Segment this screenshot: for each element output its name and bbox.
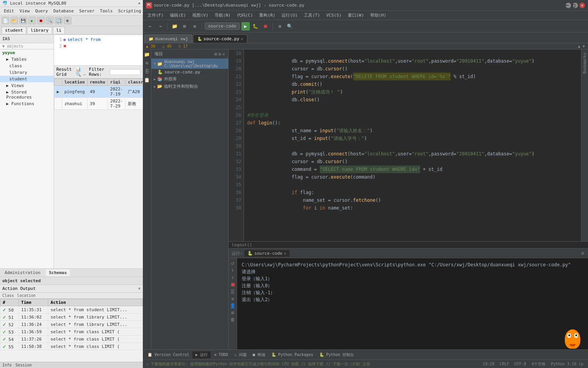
tab-close-btn[interactable]: ✕ (241, 37, 243, 41)
tb-new-btn[interactable]: 📄 (2, 17, 9, 24)
menu-file[interactable]: 文件(F) (144, 12, 167, 19)
gutter-event-icon[interactable]: 📋 (143, 77, 151, 83)
debug-btn[interactable]: 🐛 (251, 22, 260, 31)
col-renshu[interactable]: renshu (87, 79, 108, 86)
tab-student[interactable]: student (2, 27, 26, 34)
tab-problems[interactable]: ⚠ 问题 (231, 351, 250, 358)
menu-tools[interactable]: Tools (98, 8, 115, 14)
tb-bookmark-btn[interactable]: ≡ (190, 22, 199, 31)
term-list-btn[interactable]: ☰ (230, 289, 235, 295)
sidebar-functions[interactable]: ▶ Functions (0, 101, 54, 107)
term-expand-btn[interactable]: ⊞ (231, 310, 234, 315)
menu-tools[interactable]: 工具(T) (301, 12, 323, 19)
tab-python-console[interactable]: 🐍 Python 控制台 (316, 351, 357, 358)
sidebar-class[interactable]: class (0, 63, 54, 69)
status-position[interactable]: 19:20 (481, 362, 496, 366)
sidebar-stored-procedures[interactable]: ▶ Stored Procedures (0, 89, 54, 101)
col-location[interactable]: location (62, 79, 87, 86)
tb-forward-btn[interactable]: → (156, 22, 164, 31)
terminal-tab-close[interactable]: ✕ (284, 251, 286, 256)
close-btn[interactable]: ✕ (580, 3, 585, 8)
settings-btn[interactable]: ⚙ (276, 22, 284, 31)
tree-external-lib[interactable]: ▶ 📚 外部库 (151, 75, 228, 83)
tab-todo[interactable]: ≡ TODO (211, 352, 231, 358)
tab-run[interactable]: ▶ 运行 (192, 351, 211, 358)
tree-temp-files[interactable]: ▶ 📂 临时文件和控制台 (151, 83, 228, 90)
tb-save-btn[interactable]: 💾 (19, 17, 27, 24)
tab-library[interactable]: library (27, 27, 52, 34)
tb-refresh-btn[interactable]: 🔄 (55, 17, 63, 24)
menu-navigate[interactable]: 导航(N) (212, 12, 234, 19)
menu-edit[interactable]: Edit (2, 8, 17, 14)
maximize-btn[interactable]: □ (573, 3, 578, 8)
project-expand-icon[interactable]: ⊞ (214, 51, 217, 57)
tab-li[interactable]: li (53, 27, 65, 34)
minimize-btn[interactable]: ─ (566, 3, 571, 8)
table-row[interactable]: ▶ pingfeng 49 2022-7-19 广A20 (54, 86, 143, 98)
search-btn[interactable]: 🔍 (286, 22, 294, 31)
sidebar-library[interactable]: library (0, 69, 54, 76)
stop-btn[interactable]: ⏹ (261, 22, 270, 31)
schemas-tab-schemas[interactable]: Schemas (46, 269, 70, 276)
tab-terminal[interactable]: ■ 终端 (250, 351, 268, 358)
menu-query[interactable]: Query (33, 8, 50, 14)
warning-nav-up[interactable]: ▲ (578, 44, 580, 48)
tb-search-btn[interactable]: 🔍 (46, 17, 54, 24)
menu-server[interactable]: Server (77, 8, 97, 14)
menu-refactor[interactable]: 重构(R) (256, 12, 278, 19)
mysql-close-btn[interactable]: × (138, 1, 141, 6)
menu-run[interactable]: 运行(U) (278, 12, 301, 19)
tb-schema-btn[interactable]: ⚙ (64, 17, 71, 24)
term-list2-btn[interactable]: ≡ (231, 296, 234, 302)
tb-stop-btn[interactable]: ⏹ (37, 17, 45, 24)
warning-nav-down[interactable]: ▼ (583, 44, 585, 48)
sidebar-tables[interactable]: ▶ Tables (0, 56, 54, 63)
terminal-tab[interactable]: 🐍 source-code ✕ (244, 250, 290, 257)
status-python[interactable]: Python 3.10 (p (549, 362, 585, 366)
action-output-dropdown[interactable]: ▼ (138, 286, 141, 291)
menu-vcs[interactable]: VCS(S) (323, 12, 345, 19)
run-btn[interactable]: ▶ (241, 22, 250, 31)
term-trash-btn[interactable]: 🗑 (230, 317, 235, 322)
tb-open-btn[interactable]: 📂 (10, 17, 18, 24)
tb-back-btn[interactable]: ← (146, 22, 154, 31)
sidebar-views[interactable]: ▶ Views (0, 82, 54, 89)
term-person-btn[interactable]: 👤 (230, 303, 236, 308)
term-rerun-btn[interactable]: ↺ (231, 260, 234, 266)
menu-scripting[interactable]: Scripting (116, 8, 144, 14)
schemas-tab-admin[interactable]: Administration (2, 269, 44, 276)
term-settings-btn[interactable]: ⚙ (581, 250, 585, 257)
gutter-structure-icon[interactable]: ⊞ (145, 60, 149, 66)
run-config-combo[interactable]: source-code (205, 22, 240, 30)
schema-name[interactable]: yuyue (0, 49, 54, 56)
terminal-body[interactable]: C:\Users\xwj\PycharmProjects\pythonProje… (237, 258, 588, 349)
filter-input[interactable] (110, 69, 141, 75)
status-indent[interactable]: 4个空格 (530, 361, 547, 367)
menu-database[interactable]: Database (51, 8, 76, 14)
gutter-project-icon[interactable]: 📁 (143, 51, 151, 58)
term-up-btn[interactable]: ↑ (231, 267, 234, 273)
menu-window[interactable]: 窗口(W) (345, 12, 367, 19)
tb-structure-btn[interactable]: ⊞ (180, 22, 189, 31)
status-encoding[interactable]: UTF-8 (513, 362, 528, 366)
tree-source-code[interactable]: 🐍 source-code.py (151, 69, 228, 75)
project-close-icon[interactable]: ✕ (222, 51, 225, 57)
table-row[interactable]: zhaohui 39 2022-7-29 新教 (54, 98, 143, 110)
bookmarks-label[interactable]: Bookmarks (582, 51, 588, 75)
tb-project-btn[interactable]: 📁 (170, 22, 179, 31)
menu-help[interactable]: 帮助(H) (367, 12, 390, 19)
tab-source-code[interactable]: 🐍 source-code.py ✕ (193, 34, 247, 43)
menu-code[interactable]: 代码(C) (234, 12, 256, 19)
tab-project-folder[interactable]: 📁 duanxueqi xwj (144, 34, 192, 43)
tab-version-control[interactable]: 📋 Version Control (144, 352, 192, 358)
sidebar-student[interactable]: student (0, 76, 54, 82)
tab-python-packages[interactable]: 🐍 Python Packages (268, 352, 316, 358)
code-area[interactable]: db = pymysql.connect(host="localhost",us… (244, 49, 581, 241)
tb-run-btn[interactable]: ▶ (28, 17, 36, 24)
menu-view[interactable]: View (17, 8, 32, 14)
tree-root-folder[interactable]: ▼ 📁 duanxueqi xwj C:\Users\xwj\Desktop\d… (151, 59, 228, 69)
term-stop-btn[interactable]: ⏹ (230, 281, 236, 288)
status-crlf[interactable]: CRLF (498, 362, 510, 366)
project-settings-icon[interactable]: ⚙ (219, 51, 221, 57)
menu-view[interactable]: 视图(V) (189, 12, 212, 19)
